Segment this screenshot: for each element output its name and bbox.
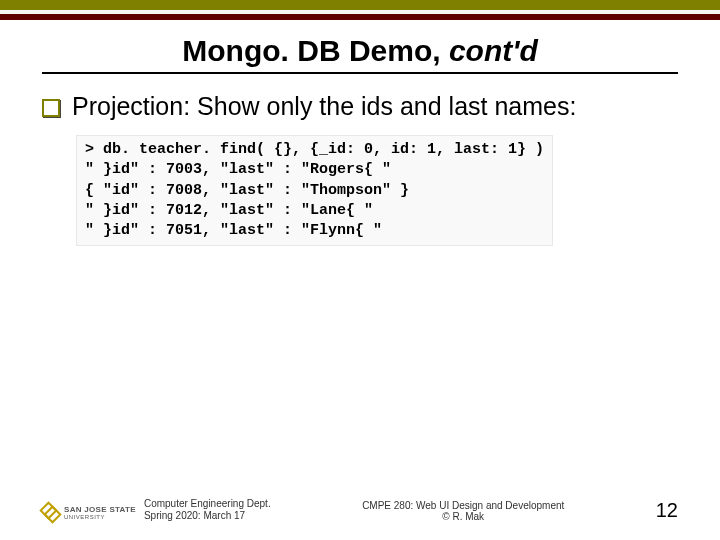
bullet-text: Projection: Show only the ids and last n… (72, 92, 576, 121)
title-underline (42, 72, 678, 74)
title-text: Mongo. DB Demo, (182, 34, 449, 67)
sjsu-mark-icon (42, 504, 60, 522)
footer-left: SAN JOSE STATE UNIVERSITY Computer Engin… (42, 498, 271, 522)
footer-dept: Computer Engineering Dept. Spring 2020: … (144, 498, 271, 522)
code-line: { "id" : 7008, "last" : "Thompson" } (85, 182, 409, 199)
footer: SAN JOSE STATE UNIVERSITY Computer Engin… (0, 498, 720, 522)
copyright-line: © R. Mak (271, 511, 656, 522)
dept-line1: Computer Engineering Dept. (144, 498, 271, 510)
code-block: > db. teacher. find( {}, {_id: 0, id: 1,… (76, 135, 553, 246)
body: Projection: Show only the ids and last n… (0, 92, 720, 246)
sjsu-logo-text: SAN JOSE STATE UNIVERSITY (64, 506, 136, 520)
code-line: " }id" : 7012, "last" : "Lane{ " (85, 202, 373, 219)
code-line: " }id" : 7003, "last" : "Rogers{ " (85, 161, 391, 178)
bullet-item: Projection: Show only the ids and last n… (42, 92, 678, 121)
code-line: " }id" : 7051, "last" : "Flynn{ " (85, 222, 382, 239)
slide: Mongo. DB Demo, cont'd Projection: Show … (0, 0, 720, 540)
code-line: > db. teacher. find( {}, {_id: 0, id: 1,… (85, 141, 544, 158)
slide-title: Mongo. DB Demo, cont'd (0, 34, 720, 68)
logo-line1: SAN JOSE STATE (64, 506, 136, 514)
course-line: CMPE 280: Web UI Design and Development (271, 500, 656, 511)
logo-line2: UNIVERSITY (64, 514, 136, 520)
sjsu-logo: SAN JOSE STATE UNIVERSITY (42, 504, 136, 522)
bullet-square-icon (42, 99, 60, 117)
decorative-top-bars (0, 0, 720, 20)
dept-line2: Spring 2020: March 17 (144, 510, 271, 522)
title-emph: cont'd (449, 34, 538, 67)
page-number: 12 (656, 499, 678, 522)
footer-center: CMPE 280: Web UI Design and Development … (271, 500, 656, 522)
